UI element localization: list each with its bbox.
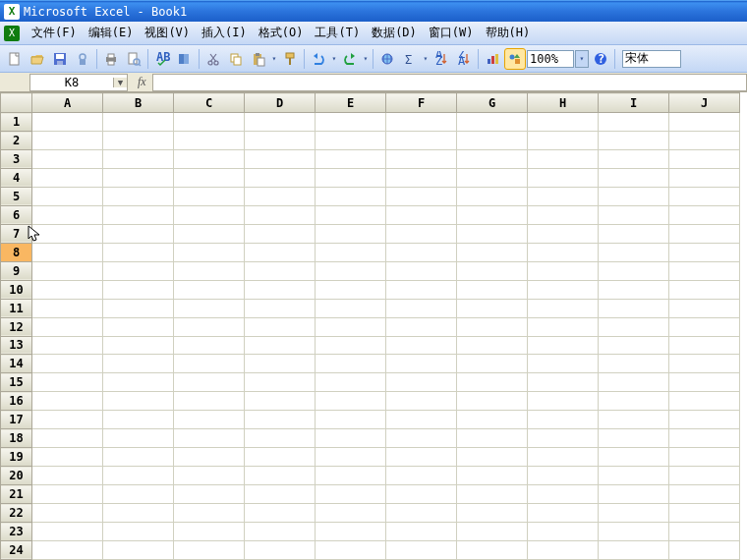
cell-G2[interactable]: [457, 132, 528, 150]
cell-H19[interactable]: [528, 448, 599, 467]
cell-B1[interactable]: [103, 113, 174, 132]
spellcheck-button[interactable]: ABC: [151, 48, 173, 70]
cell-G12[interactable]: [457, 317, 528, 336]
cell-D24[interactable]: [245, 540, 316, 559]
cell-F9[interactable]: [386, 261, 457, 280]
cell-C2[interactable]: [174, 132, 245, 150]
cell-A15[interactable]: [32, 373, 103, 392]
cell-C3[interactable]: [174, 149, 245, 168]
cell-E18[interactable]: [316, 429, 386, 448]
cell-D12[interactable]: [245, 317, 316, 336]
cell-G13[interactable]: [457, 336, 528, 355]
row-header-18[interactable]: 18: [1, 429, 32, 448]
cell-I12[interactable]: [599, 317, 669, 336]
cell-G24[interactable]: [457, 540, 528, 559]
drawing-toolbar-button[interactable]: [504, 48, 526, 70]
autosum-button[interactable]: Σ: [399, 48, 421, 70]
paste-dropdown[interactable]: ▾: [270, 54, 278, 63]
cell-C23[interactable]: [174, 523, 245, 541]
cell-A10[interactable]: [32, 280, 103, 299]
cell-C17[interactable]: [174, 411, 245, 429]
cell-F1[interactable]: [386, 113, 457, 132]
cell-E8[interactable]: [316, 243, 386, 261]
cell-G4[interactable]: [457, 168, 528, 187]
cell-E24[interactable]: [316, 540, 386, 559]
cell-H21[interactable]: [528, 485, 599, 504]
cell-J22[interactable]: [669, 504, 740, 523]
cell-C4[interactable]: [174, 168, 245, 187]
cell-F2[interactable]: [386, 132, 457, 150]
cell-F6[interactable]: [386, 205, 457, 224]
cell-I5[interactable]: [599, 187, 669, 205]
col-header-A[interactable]: A: [32, 93, 103, 113]
cell-G21[interactable]: [457, 485, 528, 504]
cell-A18[interactable]: [32, 429, 103, 448]
cell-A22[interactable]: [32, 504, 103, 523]
cell-C9[interactable]: [174, 261, 245, 280]
row-header-6[interactable]: 6: [1, 205, 32, 224]
cell-A24[interactable]: [32, 540, 103, 559]
cell-C12[interactable]: [174, 317, 245, 336]
cell-E5[interactable]: [316, 187, 386, 205]
row-header-5[interactable]: 5: [1, 187, 32, 205]
cell-B7[interactable]: [103, 224, 174, 243]
row-header-22[interactable]: 22: [1, 504, 32, 523]
cell-A12[interactable]: [32, 317, 103, 336]
cell-F14[interactable]: [386, 355, 457, 373]
cell-D23[interactable]: [245, 523, 316, 541]
cell-C16[interactable]: [174, 392, 245, 411]
cell-E13[interactable]: [316, 336, 386, 355]
cell-E2[interactable]: [316, 132, 386, 150]
cell-F19[interactable]: [386, 448, 457, 467]
cell-B10[interactable]: [103, 280, 174, 299]
cell-F22[interactable]: [386, 504, 457, 523]
cell-B12[interactable]: [103, 317, 174, 336]
cell-G14[interactable]: [457, 355, 528, 373]
cell-E21[interactable]: [316, 485, 386, 504]
cell-I14[interactable]: [599, 355, 669, 373]
cell-I6[interactable]: [599, 205, 669, 224]
cell-D16[interactable]: [245, 392, 316, 411]
menu-view[interactable]: 视图(V): [139, 23, 196, 43]
autosum-dropdown[interactable]: ▾: [422, 54, 430, 63]
cell-I21[interactable]: [599, 485, 669, 504]
col-header-H[interactable]: H: [528, 93, 599, 113]
cell-J17[interactable]: [669, 411, 740, 429]
cell-I1[interactable]: [599, 113, 669, 132]
cell-B3[interactable]: [103, 149, 174, 168]
row-header-13[interactable]: 13: [1, 336, 32, 355]
row-header-16[interactable]: 16: [1, 392, 32, 411]
cell-G20[interactable]: [457, 467, 528, 485]
cell-B5[interactable]: [103, 187, 174, 205]
cell-H7[interactable]: [528, 224, 599, 243]
spreadsheet-grid[interactable]: ABCDEFGHIJ123456789101112131415161718192…: [0, 92, 747, 560]
cell-H20[interactable]: [528, 467, 599, 485]
cell-I23[interactable]: [599, 523, 669, 541]
cell-F5[interactable]: [386, 187, 457, 205]
cell-D9[interactable]: [245, 261, 316, 280]
cell-C19[interactable]: [174, 448, 245, 467]
cell-A21[interactable]: [32, 485, 103, 504]
col-header-C[interactable]: C: [174, 93, 245, 113]
cell-F8[interactable]: [386, 243, 457, 261]
paste-button[interactable]: [248, 48, 269, 70]
cell-I3[interactable]: [599, 149, 669, 168]
cell-J16[interactable]: [669, 392, 740, 411]
cell-E9[interactable]: [316, 261, 386, 280]
cell-H14[interactable]: [528, 355, 599, 373]
cell-F18[interactable]: [386, 429, 457, 448]
cell-G23[interactable]: [457, 523, 528, 541]
cell-I8[interactable]: [599, 243, 669, 261]
open-button[interactable]: [27, 48, 48, 70]
cell-J2[interactable]: [669, 132, 740, 150]
cell-G22[interactable]: [457, 504, 528, 523]
row-header-20[interactable]: 20: [1, 467, 32, 485]
cell-C21[interactable]: [174, 485, 245, 504]
cell-D13[interactable]: [245, 336, 316, 355]
cell-J10[interactable]: [669, 280, 740, 299]
row-header-23[interactable]: 23: [1, 523, 32, 541]
cell-F4[interactable]: [386, 168, 457, 187]
cell-J23[interactable]: [669, 523, 740, 541]
row-header-1[interactable]: 1: [1, 113, 32, 132]
cell-J7[interactable]: [669, 224, 740, 243]
